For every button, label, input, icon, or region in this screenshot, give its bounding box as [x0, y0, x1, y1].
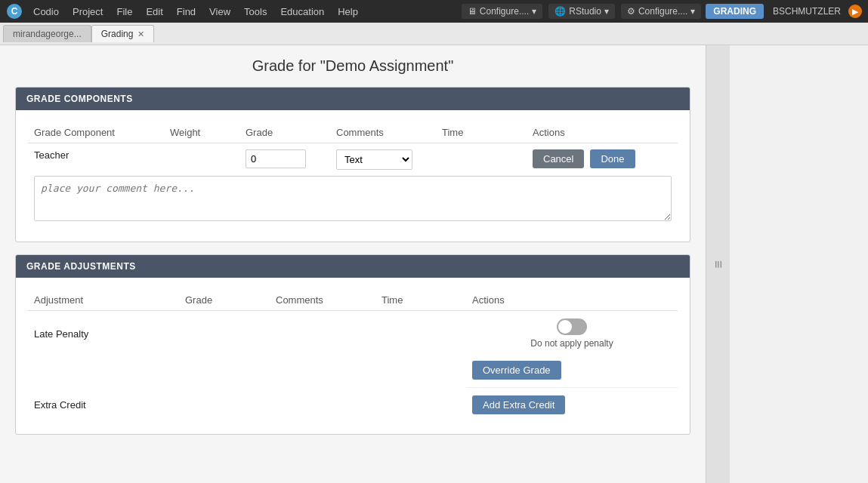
comment-row — [28, 176, 678, 229]
time-cell — [436, 143, 527, 177]
chevron-down-icon-1: ▾ — [532, 6, 536, 17]
th-adj-actions: Actions — [466, 290, 678, 311]
late-penalty-comments — [270, 311, 375, 357]
tab-label-mirandageorge: mirandageorge... — [13, 29, 82, 39]
grade-components-panel: GRADE COMPONENTS Grade Component Weight … — [15, 87, 690, 242]
actions-buttons: Cancel Done — [533, 149, 672, 168]
tab-close-grading[interactable]: ✕ — [137, 29, 144, 39]
configure-button-1[interactable]: 🖥 Configure.... ▾ — [462, 4, 542, 19]
empty-adj-comments — [270, 356, 375, 388]
table-row: Extra Credit Add Extra Credit — [28, 388, 678, 423]
user-avatar[interactable]: ▶ — [848, 5, 862, 18]
grade-components-table: Grade Component Weight Grade Comments Ti… — [28, 122, 678, 229]
tab-mirandageorge[interactable]: mirandageorge... — [3, 25, 91, 42]
cancel-button[interactable]: Cancel — [533, 149, 584, 168]
done-button[interactable]: Done — [590, 149, 635, 168]
toggle-slider — [557, 318, 587, 335]
grade-adjustments-panel: GRADE ADJUSTMENTS Adjustment Grade Comme… — [15, 254, 690, 435]
empty-adj-grade — [179, 356, 270, 388]
configure-button-2[interactable]: ⚙ Configure.... ▾ — [621, 4, 701, 19]
table-row: Override Grade — [28, 356, 678, 388]
sidebar-handle-icon[interactable]: ≡ — [710, 260, 726, 269]
empty-adj-label — [28, 356, 179, 388]
grade-adjustments-table: Adjustment Grade Comments Time Actions L… — [28, 290, 678, 422]
menu-item-edit[interactable]: Edit — [140, 3, 168, 20]
th-adj-comments: Comments — [270, 290, 375, 311]
override-grade-cell: Override Grade — [466, 356, 678, 388]
extra-credit-label: Extra Credit — [28, 388, 179, 423]
grade-components-header: GRADE COMPONENTS — [16, 88, 690, 110]
grade-input[interactable] — [246, 149, 306, 168]
extra-credit-comments — [270, 388, 375, 423]
th-adj-grade: Grade — [179, 290, 270, 311]
menu-item-codio[interactable]: Codio — [27, 3, 65, 20]
tab-bar: mirandageorge... Grading ✕ — [0, 23, 868, 45]
grading-badge: GRADING — [706, 4, 764, 19]
right-sidebar[interactable]: ≡ — [706, 45, 730, 483]
tab-label-grading: Grading — [101, 29, 134, 39]
grade-adjustments-body: Adjustment Grade Comments Time Actions L… — [16, 278, 690, 434]
codio-logo[interactable]: C — [6, 3, 23, 20]
table-row: Teacher Text Number Percentage — [28, 143, 678, 177]
chevron-down-icon-3: ▾ — [690, 6, 695, 17]
rstudio-button[interactable]: 🌐 RStudio ▾ — [548, 4, 615, 19]
toggle-label: Do not apply penalty — [530, 338, 613, 349]
user-label: BSCHMUTZLER — [773, 6, 841, 17]
penalty-toggle[interactable] — [557, 318, 587, 335]
menu-item-file[interactable]: File — [110, 3, 138, 20]
comments-select-cell: Text Number Percentage — [330, 143, 436, 177]
th-time: Time — [436, 122, 527, 143]
extra-credit-grade — [179, 388, 270, 423]
comment-td — [28, 176, 678, 229]
configure-icon-1: 🖥 — [468, 6, 477, 17]
th-grade: Grade — [239, 122, 330, 143]
late-penalty-label: Late Penalty — [28, 311, 179, 357]
actions-cell: Cancel Done — [527, 143, 678, 177]
page-title: Grade for "Demo Assignment" — [15, 57, 690, 75]
tab-grading[interactable]: Grading ✕ — [91, 25, 155, 42]
menu-item-view[interactable]: View — [203, 3, 236, 20]
menu-item-help[interactable]: Help — [332, 3, 364, 20]
th-actions: Actions — [527, 122, 678, 143]
svg-text:C: C — [11, 6, 18, 17]
empty-adj-time — [375, 356, 466, 388]
late-penalty-toggle-container: Do not apply penalty — [472, 318, 672, 349]
configure-icon-2: ⚙ — [627, 6, 635, 17]
grade-input-cell — [239, 143, 330, 177]
weight-cell — [164, 143, 239, 177]
grade-type-select[interactable]: Text Number Percentage — [336, 149, 412, 170]
component-name: Teacher — [28, 143, 164, 177]
comment-textarea[interactable] — [34, 176, 672, 221]
menu-item-tools[interactable]: Tools — [238, 3, 273, 20]
main-content: Grade for "Demo Assignment" GRADE COMPON… — [0, 45, 706, 483]
table-row: Late Penalty — [28, 311, 678, 357]
th-adj-time: Time — [375, 290, 466, 311]
menu-bar: C Codio Project File Edit Find View Tool… — [0, 0, 868, 23]
th-weight: Weight — [164, 122, 239, 143]
late-penalty-time — [375, 311, 466, 357]
late-penalty-actions: Do not apply penalty — [466, 311, 678, 357]
late-penalty-grade — [179, 311, 270, 357]
th-comments: Comments — [330, 122, 436, 143]
grade-components-body: Grade Component Weight Grade Comments Ti… — [16, 110, 690, 242]
extra-credit-time — [375, 388, 466, 423]
th-grade-component: Grade Component — [28, 122, 164, 143]
th-adjustment: Adjustment — [28, 290, 179, 311]
chevron-down-icon-2: ▾ — [604, 6, 609, 17]
add-extra-credit-button[interactable]: Add Extra Credit — [472, 395, 565, 414]
menu-item-project[interactable]: Project — [66, 3, 109, 20]
menu-item-find[interactable]: Find — [171, 3, 202, 20]
grade-adjustments-header: GRADE ADJUSTMENTS — [16, 255, 690, 278]
globe-icon: 🌐 — [554, 6, 566, 17]
override-grade-button[interactable]: Override Grade — [472, 361, 561, 380]
extra-credit-actions: Add Extra Credit — [466, 388, 678, 423]
menu-item-education[interactable]: Education — [274, 3, 330, 20]
